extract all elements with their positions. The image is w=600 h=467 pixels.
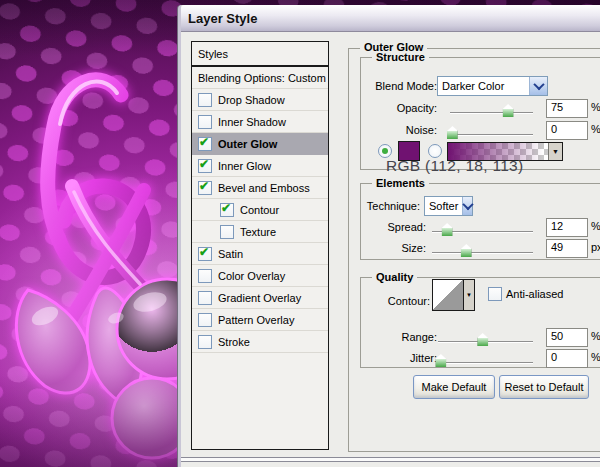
spread-label: Spread: <box>360 221 426 233</box>
size-input[interactable]: 49 <box>546 239 588 258</box>
opacity-unit: % <box>591 101 600 113</box>
anti-aliased-checkbox[interactable] <box>488 287 502 301</box>
structure-group-title: Structure <box>372 51 429 63</box>
chevron-down-icon[interactable] <box>529 77 547 95</box>
style-row-stroke[interactable]: Stroke <box>192 331 328 353</box>
size-unit: px <box>591 241 600 253</box>
layer-style-dialog: Layer Style Styles Blending Options: Cus… <box>178 5 600 467</box>
opacity-slider[interactable] <box>450 107 533 120</box>
make-default-button[interactable]: Make Default <box>413 375 495 399</box>
style-row-drop-shadow[interactable]: Drop Shadow <box>192 89 328 111</box>
range-label: Range: <box>360 331 437 343</box>
opacity-label: Opacity: <box>360 102 437 114</box>
checkbox[interactable] <box>198 93 212 107</box>
size-label: Size: <box>360 242 426 254</box>
slider-thumb[interactable] <box>477 333 488 346</box>
spread-unit: % <box>591 220 600 232</box>
noise-label: Noise: <box>360 124 437 136</box>
technique-value: Softer <box>425 200 462 212</box>
chevron-down-icon[interactable]: ▼ <box>464 279 475 311</box>
chevron-down-icon[interactable]: ▼ <box>548 143 562 160</box>
checkbox[interactable] <box>198 313 212 327</box>
style-row-contour[interactable]: Contour <box>192 199 328 221</box>
range-input[interactable]: 50 <box>546 328 588 347</box>
style-row-satin[interactable]: Satin <box>192 243 328 265</box>
styles-list: Blending Options: Custom Drop Shadow Inn… <box>191 66 329 450</box>
blend-mode-dropdown[interactable]: Darker Color <box>437 76 548 96</box>
dialog-title: Layer Style <box>181 11 257 26</box>
contour-label: Contour: <box>360 295 430 307</box>
dialog-body: Styles Blending Options: Custom Drop Sha… <box>181 32 600 467</box>
jitter-input[interactable]: 0 <box>546 349 588 368</box>
checkbox[interactable] <box>220 203 234 217</box>
chevron-down-icon[interactable] <box>462 197 472 215</box>
style-row-outer-glow[interactable]: Outer Glow <box>192 133 328 155</box>
range-unit: % <box>591 330 600 342</box>
blend-mode-label: Blend Mode: <box>360 80 437 92</box>
noise-input[interactable]: 0 <box>546 121 588 140</box>
slider-track <box>438 362 533 363</box>
technique-label: Technique: <box>360 200 420 212</box>
reset-to-default-button[interactable]: Reset to Default <box>499 375 589 399</box>
jitter-label: Jitter: <box>360 352 437 364</box>
slider-track <box>432 252 533 253</box>
checkbox[interactable] <box>198 137 212 151</box>
technique-dropdown[interactable]: Softer <box>424 196 473 216</box>
checkbox[interactable] <box>198 247 212 261</box>
style-row-texture[interactable]: Texture <box>192 221 328 243</box>
style-row-gradient-overlay[interactable]: Gradient Overlay <box>192 287 328 309</box>
screenshot-root: Layer Style Styles Blending Options: Cus… <box>0 0 600 467</box>
quality-group-title: Quality <box>372 271 417 283</box>
blend-mode-value: Darker Color <box>438 80 508 92</box>
bottom-divider <box>181 457 600 462</box>
slider-thumb[interactable] <box>447 126 458 139</box>
slider-thumb[interactable] <box>503 104 514 117</box>
slider-thumb[interactable] <box>442 223 453 236</box>
checkbox[interactable] <box>198 115 212 129</box>
style-row-pattern-overlay[interactable]: Pattern Overlay <box>192 309 328 331</box>
jitter-unit: % <box>591 351 600 363</box>
style-row-inner-shadow[interactable]: Inner Shadow <box>192 111 328 133</box>
jitter-slider[interactable] <box>438 357 533 370</box>
spread-input[interactable]: 12 <box>546 218 588 237</box>
size-slider[interactable] <box>432 247 533 260</box>
glow-gradient-radio[interactable] <box>428 144 442 158</box>
style-row-bevel-and-emboss[interactable]: Bevel and Emboss <box>192 177 328 199</box>
noise-unit: % <box>591 123 600 135</box>
checkbox[interactable] <box>198 291 212 305</box>
blending-options-item[interactable]: Blending Options: Custom <box>192 67 328 89</box>
slider-track <box>450 112 533 113</box>
styles-panel-header: Styles <box>191 41 329 66</box>
blending-options-label: Blending Options: Custom <box>198 72 326 84</box>
rgb-annotation: RGB (112, 18, 113) <box>386 157 524 175</box>
slider-thumb[interactable] <box>461 244 472 257</box>
anti-aliased-label: Anti-aliased <box>506 288 563 300</box>
checkbox[interactable] <box>220 225 234 239</box>
style-row-color-overlay[interactable]: Color Overlay <box>192 265 328 287</box>
slider-track <box>450 134 533 135</box>
styles-header-label: Styles <box>198 48 228 60</box>
style-row-inner-glow[interactable]: Inner Glow <box>192 155 328 177</box>
elements-group-title: Elements <box>372 177 429 189</box>
checkbox[interactable] <box>198 159 212 173</box>
glow-color-radio[interactable] <box>378 144 392 158</box>
dialog-titlebar[interactable]: Layer Style <box>181 5 600 32</box>
opacity-input[interactable]: 75 <box>546 99 588 118</box>
checkbox[interactable] <box>198 269 212 283</box>
contour-thumbnail[interactable] <box>432 279 464 311</box>
checkbox[interactable] <box>198 335 212 349</box>
checkbox[interactable] <box>198 181 212 195</box>
